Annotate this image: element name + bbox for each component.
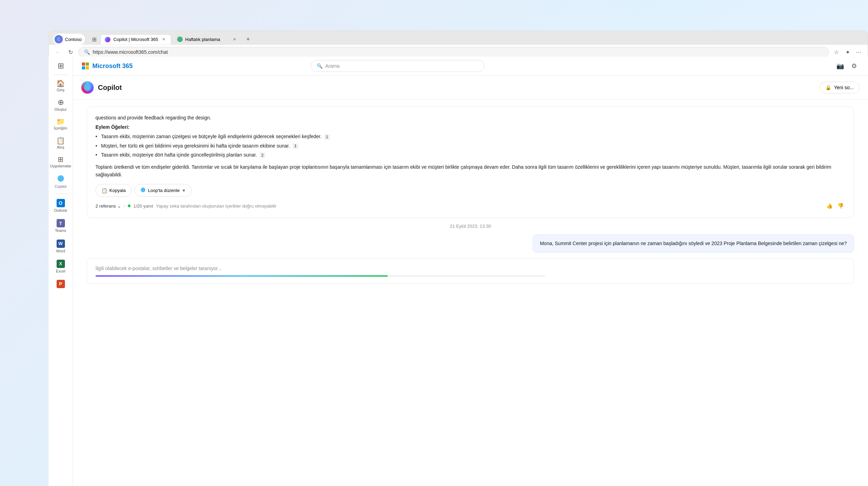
refs-link[interactable]: 2 referans ⌄ <box>95 203 121 209</box>
excel-icon: X <box>57 260 65 268</box>
scanning-card: İlgili olabilecek e-postalar, sohbetler … <box>87 258 854 284</box>
action-item-2-ref: 1 <box>293 143 298 149</box>
sidebar-divider-mid <box>54 194 68 194</box>
header-settings-icon[interactable]: ⚙ <box>849 60 860 72</box>
action-item-1-text: Tasarım ekibi, müşterinin zaman çizelges… <box>101 134 322 139</box>
copilot-nav-label: Copilot <box>55 184 66 189</box>
left-sidebar: ⊞ 🏠 Giriş ⊕ Oluştur 📁 İçeriğim 📋 Akış ⊞ … <box>49 57 73 486</box>
browser-action-buttons: ☆ ✦ ⋯ <box>832 47 863 57</box>
profile-button[interactable]: C Contoso <box>53 34 85 45</box>
sidebar-item-content[interactable]: 📁 İçeriğim <box>50 115 71 133</box>
date-separator: 21 Eylül 2023, 13:30 <box>87 224 854 229</box>
m365-search-area: 🔍 Arama <box>311 60 484 72</box>
chat-area: Copilot 🔒 Yeni so... questions and provi… <box>73 76 868 486</box>
tab-bar: C Contoso ⊞ Copilot | Microsoft 365 ✕ Ha… <box>49 31 868 45</box>
new-session-icon: 🔒 <box>825 85 831 90</box>
apps-label: Uygulamalar <box>50 164 72 168</box>
action-items-list: Tasarım ekibi, müşterinin zaman çizelges… <box>95 133 845 159</box>
sidebar-item-teams[interactable]: T Teams <box>50 216 71 236</box>
copilot-tab-favicon <box>105 37 110 42</box>
teams-label: Teams <box>55 228 66 233</box>
message-paragraph-text: Toplantı üretkendi ve tüm endişeler gide… <box>95 163 845 179</box>
thumbs-down-button[interactable]: 👎 <box>836 201 845 211</box>
profile-avatar: C <box>55 35 63 43</box>
m365-header: Microsoft 365 🔍 Arama 📷 ⚙ <box>73 57 868 76</box>
loop-label: Loop'ta düzenle <box>148 188 180 193</box>
svg-rect-1 <box>82 62 85 66</box>
m365-search-box[interactable]: 🔍 Arama <box>311 60 484 72</box>
m365-logo-icon <box>81 62 90 70</box>
favorites-star-icon[interactable]: ☆ <box>832 47 841 57</box>
svg-point-6 <box>141 188 145 192</box>
svg-rect-4 <box>86 66 89 69</box>
copilot-logo <box>81 81 94 94</box>
new-session-button[interactable]: 🔒 Yeni so... <box>819 82 860 93</box>
action-item-3: Tasarım ekibi, müşteriye dört hafta için… <box>95 151 845 159</box>
svg-rect-2 <box>86 62 89 66</box>
content-label: İçeriğim <box>54 126 67 131</box>
refs-chevron-icon: ⌄ <box>117 203 121 209</box>
copy-button[interactable]: 📋 Kopyala <box>95 184 132 197</box>
user-bubble: Mona, Summit Center projesi için planlam… <box>533 234 854 252</box>
browser-settings-icon[interactable]: ⋯ <box>854 47 863 57</box>
ai-message-card: questions and provide feedback regarding… <box>87 107 854 218</box>
progress-bar <box>95 275 545 277</box>
eylem-title: Eylem Öğeleri: <box>95 124 845 130</box>
user-message: Mona, Summit Center projesi için planlam… <box>87 234 854 252</box>
address-url: https://www.microsoft365.com/chat <box>93 49 168 55</box>
message-partial-top: questions and provide feedback regarding… <box>95 114 845 122</box>
date-separator-text: 21 Eylül 2023, 13:30 <box>450 224 491 229</box>
action-item-3-text: Tasarım ekibi, müşteriye dört hafta için… <box>101 152 257 158</box>
back-button[interactable]: ← <box>53 47 63 57</box>
sidebar-item-excel[interactable]: X Excel <box>50 257 71 276</box>
sidebar-item-word[interactable]: W Word <box>50 237 71 256</box>
message-intro-text: questions and provide feedback regarding… <box>95 114 845 122</box>
copy-label: Kopyala <box>109 188 126 193</box>
address-bar[interactable]: 🔍 https://www.microsoft365.com/chat <box>78 47 829 57</box>
sidebar-item-waffle[interactable]: ⊞ <box>50 59 71 73</box>
loop-edit-button[interactable]: Loop'ta düzenle ▼ <box>134 184 192 197</box>
new-session-label: Yeni so... <box>834 85 854 90</box>
home-icon: 🏠 <box>56 80 65 87</box>
thumbs-up-button[interactable]: 👍 <box>825 201 834 211</box>
m365-logo-area: Microsoft 365 <box>81 62 133 70</box>
tab-haftalik[interactable]: Haftalık planlama ✕ <box>173 34 242 44</box>
sidebar-item-copilot[interactable]: Copilot <box>50 172 71 192</box>
sidebar-item-feed[interactable]: 📋 Akış <box>50 134 71 152</box>
ai-disclaimer: Yapay zeka tarafından oluşturulan içerik… <box>156 203 276 209</box>
status-dot <box>128 204 131 207</box>
waffle-icon: ⊞ <box>58 62 64 70</box>
scanning-text: İlgili olabilecek e-postalar, sohbetler … <box>95 266 845 271</box>
copilot-tab-title: Copilot | Microsoft 365 <box>113 37 158 42</box>
sidebar-item-outlook[interactable]: O Outlook <box>50 196 71 216</box>
sidebar-item-create[interactable]: ⊕ Oluştur <box>50 96 71 115</box>
header-camera-icon[interactable]: 📷 <box>835 60 846 72</box>
feed-icon: 📋 <box>56 137 65 144</box>
content-icon: 📁 <box>56 118 65 125</box>
profile-name: Contoso <box>65 37 82 42</box>
reload-button[interactable]: ↻ <box>66 47 75 57</box>
powerpoint-icon: P <box>57 280 65 288</box>
svg-rect-3 <box>82 66 85 69</box>
copilot-title: Copilot <box>98 84 122 92</box>
copilot-tab-close[interactable]: ✕ <box>161 37 167 42</box>
new-tab-button[interactable]: + <box>243 34 253 44</box>
sidebar-item-powerpoint[interactable]: P <box>50 277 71 291</box>
sidebar-item-apps[interactable]: ⊞ Uygulamalar <box>50 153 71 171</box>
collections-icon[interactable]: ✦ <box>843 47 852 57</box>
m365-app-name: Microsoft 365 <box>92 62 133 70</box>
progress-fill <box>95 275 388 277</box>
action-item-1: Tasarım ekibi, müşterinin zaman çizelges… <box>95 133 845 140</box>
feedback-buttons: 👍 👎 <box>825 201 845 211</box>
haftalik-tab-close[interactable]: ✕ <box>232 36 237 42</box>
copilot-nav-icon <box>57 175 65 183</box>
tab-grid-button[interactable]: ⊞ <box>89 34 99 44</box>
m365-search-icon: 🔍 <box>317 63 323 69</box>
apps-icon: ⊞ <box>58 156 64 163</box>
action-item-1-ref: 1 <box>324 134 330 140</box>
tab-copilot[interactable]: Copilot | Microsoft 365 ✕ <box>100 34 171 44</box>
copilot-header: Copilot 🔒 Yeni so... <box>73 76 868 100</box>
app-container: ⊞ 🏠 Giriş ⊕ Oluştur 📁 İçeriğim 📋 Akış ⊞ … <box>49 57 868 486</box>
sidebar-divider-top <box>54 75 68 75</box>
sidebar-item-home[interactable]: 🏠 Giriş <box>50 77 71 95</box>
